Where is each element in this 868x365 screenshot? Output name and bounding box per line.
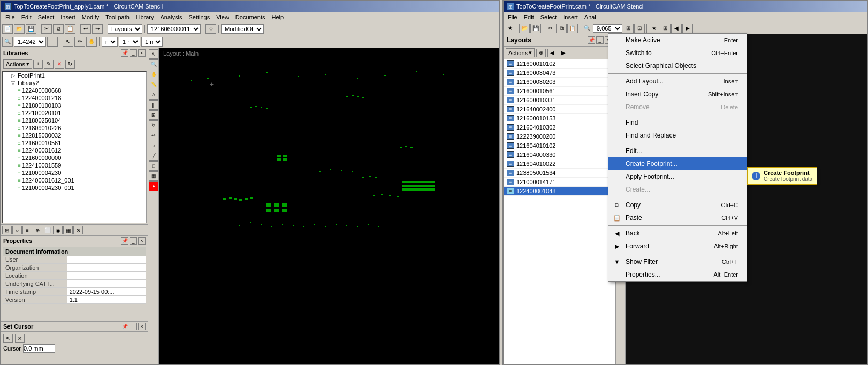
right-copy-btn[interactable]: ⧉ <box>556 24 567 33</box>
new-btn[interactable]: 📄 <box>2 24 13 34</box>
snap-dropdown[interactable]: 1 mm <box>141 37 163 47</box>
menu-insert[interactable]: Insert <box>57 13 79 21</box>
open-btn[interactable]: 📂 <box>14 24 25 34</box>
cursor-minimize-btn[interactable]: _ <box>130 323 137 330</box>
save-btn[interactable]: 💾 <box>26 24 36 34</box>
layouts-pin-btn[interactable]: 📌 <box>588 36 595 44</box>
tool-mirror[interactable]: ⇔ <box>149 131 158 140</box>
tool-barcode[interactable]: ||| <box>149 100 158 110</box>
list-item[interactable]: ≡ 122400001218 <box>3 94 146 102</box>
tool-select[interactable]: ↖ <box>149 49 158 59</box>
cursor-tool-btn[interactable]: ↖ <box>3 334 13 343</box>
right-menu-insert[interactable]: Insert <box>560 13 581 21</box>
layouts-dropdown[interactable]: Layouts <box>108 24 142 34</box>
ctx-show-filter[interactable]: ▼ Show Filter Ctrl+F <box>608 255 747 268</box>
right-menu-anal[interactable]: Anal <box>581 13 599 21</box>
zoom-out-btn[interactable]: - <box>47 37 58 47</box>
menu-documents[interactable]: Documents <box>232 13 269 21</box>
list-item[interactable]: ≡ 121809010226 <box>3 124 146 132</box>
list-item[interactable]: ≡ 121640002400 <box>504 105 615 114</box>
paste-btn[interactable]: 📋 <box>65 24 75 34</box>
drill-btn[interactable]: ⊕ <box>33 226 42 234</box>
right-zoom-fit-btn[interactable]: ⊞ <box>623 24 634 33</box>
tool-line[interactable]: ╱ <box>149 151 158 161</box>
list-item[interactable]: ≡ 121000004230 <box>3 169 146 177</box>
right-layer-btn[interactable]: ★ <box>649 24 659 33</box>
ctx-find-replace[interactable]: Find and Replace <box>608 129 747 142</box>
via-btn[interactable]: ◉ <box>53 226 63 234</box>
right-menu-edit[interactable]: Edit <box>521 13 537 21</box>
layouts-right-btn[interactable]: ▶ <box>559 49 568 57</box>
canvas-area[interactable]: Layout : Main + <box>159 48 499 364</box>
list-item[interactable]: ≡ 121600010331 <box>504 96 615 105</box>
menu-toolpath[interactable]: Tool path <box>102 13 133 21</box>
cursor-pin-btn[interactable]: 📌 <box>121 323 128 330</box>
tool-text[interactable]: A <box>149 90 158 100</box>
layouts-left-btn[interactable]: ◀ <box>547 49 557 57</box>
lib-edit-btn[interactable]: ✎ <box>44 60 54 69</box>
right-save-btn[interactable]: 💾 <box>530 24 541 33</box>
menu-settings[interactable]: Settings <box>185 13 213 21</box>
tool-pan[interactable]: ✋ <box>149 70 158 79</box>
prop-value-cat[interactable] <box>67 280 146 288</box>
cursor-x-input[interactable] <box>23 344 55 353</box>
cursor-delete-btn[interactable]: ✕ <box>15 334 25 343</box>
list-item[interactable]: ≡ 122100020101 <box>3 109 146 117</box>
list-item[interactable]: ≡ 122400000668 <box>3 87 146 94</box>
prop-value-user[interactable] <box>67 256 146 264</box>
list-item[interactable]: ≡ 121600000000 <box>3 154 146 162</box>
menu-view[interactable]: View <box>213 13 232 21</box>
layouts-move-btn[interactable]: ⊕ <box>536 49 546 57</box>
lib-refresh-btn[interactable]: ↻ <box>65 60 75 69</box>
ctx-remove[interactable]: Remove Delete <box>608 101 747 113</box>
tool-fill[interactable]: ▦ <box>149 171 158 181</box>
menu-file[interactable]: File <box>2 13 18 21</box>
right-paste-btn[interactable]: 📋 <box>567 24 578 33</box>
ctx-copy[interactable]: ⧉ Copy Ctrl+C <box>608 199 747 211</box>
menu-select[interactable]: Select <box>35 13 58 21</box>
right-forward-btn[interactable]: ▶ <box>682 24 693 33</box>
draw-btn[interactable]: ✏ <box>74 37 85 47</box>
grid-dropdown[interactable]: 1 mm <box>119 37 140 47</box>
ctx-paste[interactable]: 📋 Paste Ctrl+V <box>608 211 747 224</box>
tool-circle[interactable]: ○ <box>149 141 158 150</box>
list-item[interactable]: ≡ 121800100103 <box>3 102 146 109</box>
ctx-back[interactable]: ◀ Back Alt+Left <box>608 227 747 240</box>
libraries-close-btn[interactable]: × <box>138 49 146 57</box>
cut-btn[interactable]: ✂ <box>41 24 52 34</box>
right-zoom-in-btn[interactable]: 🔍 <box>582 24 592 33</box>
menu-library[interactable]: Library <box>133 13 157 21</box>
undo-btn[interactable]: ↩ <box>80 24 91 34</box>
list-item[interactable]: ≡ 121604010302 <box>504 123 615 132</box>
list-item[interactable]: ≡ 121604010022 <box>504 159 615 169</box>
zoom-in-btn[interactable]: 🔍 <box>2 37 13 47</box>
right-open-btn[interactable]: 📂 <box>519 24 530 33</box>
right-menu-select[interactable]: Select <box>537 13 560 21</box>
right-zoom-area-btn[interactable]: ⊡ <box>634 24 645 33</box>
list-item[interactable]: ≡ 121600010561 <box>3 139 146 147</box>
right-grid-btn[interactable]: ⊞ <box>660 24 671 33</box>
right-back-btn[interactable]: ◀ <box>671 24 682 33</box>
list-item[interactable]: ≡ 121604000330 <box>504 150 615 159</box>
trace-btn[interactable]: ≡ <box>22 226 32 234</box>
tree-item-library2[interactable]: ▽ Library2 <box>3 79 146 87</box>
list-item[interactable]: ≡ 122400001612_001 <box>3 177 146 184</box>
ctx-forward[interactable]: ▶ Forward Alt+Right <box>608 240 747 253</box>
ctx-make-active[interactable]: Make Active Enter <box>608 34 747 47</box>
cursor-close-btn[interactable]: × <box>138 323 146 330</box>
redo-btn[interactable]: ↪ <box>92 24 103 34</box>
tool-zoom[interactable]: 🔍 <box>149 59 158 69</box>
list-item[interactable]: ≡ 123805001534 <box>504 169 615 178</box>
list-item[interactable]: ≡ 121600010561 <box>504 87 615 96</box>
list-item-highlighted[interactable]: ≡ 122400001048 <box>504 187 615 196</box>
pan-btn[interactable]: ✋ <box>86 37 97 47</box>
zoom-combo[interactable]: 1.4242 <box>14 37 46 47</box>
list-item[interactable]: ≡ 121600030473 <box>504 69 615 78</box>
tool-rotate[interactable]: ↻ <box>149 120 158 130</box>
ctx-apply-footprint[interactable]: Apply Footprint... <box>608 170 747 183</box>
layouts-list[interactable]: ≡ 121600010102 ≡ 121600030473 ≡ 12160003… <box>504 59 615 364</box>
right-star-btn[interactable]: ★ <box>505 24 515 33</box>
layout-mode-btn[interactable]: ⊞ <box>2 226 12 234</box>
ctx-properties[interactable]: Properties... Alt+Enter <box>608 268 747 281</box>
list-item[interactable]: ≡ 121000004230_001 <box>3 184 146 192</box>
